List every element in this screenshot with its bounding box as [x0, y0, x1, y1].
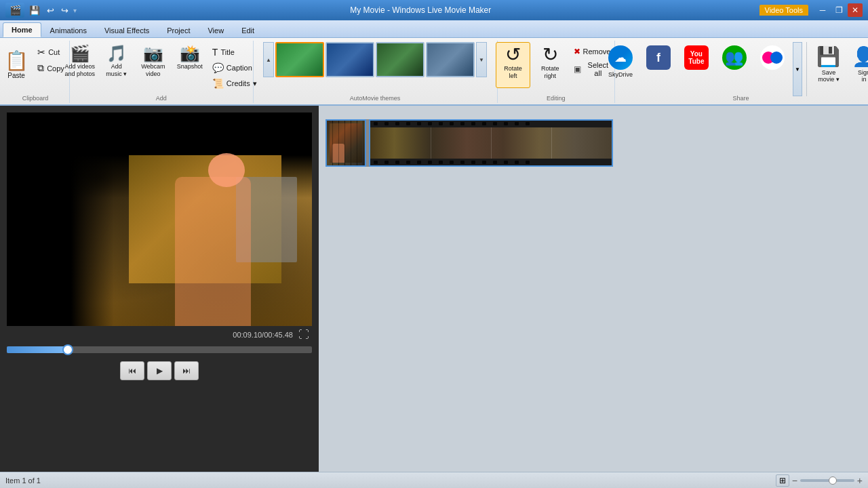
facebook-icon: f [646, 45, 671, 70]
save-movie-icon: 💾 [816, 45, 840, 68]
messenger-button[interactable]: 👥 [717, 42, 752, 88]
video-frame [7, 113, 312, 326]
restore-button[interactable]: ❐ [831, 3, 846, 17]
add-videos-icon: 🎬 [70, 45, 90, 62]
tab-view[interactable]: View [199, 22, 233, 37]
paste-icon: 📋 [5, 52, 28, 70]
svg-point-1 [770, 52, 783, 64]
undo-button[interactable]: ↩ [45, 5, 56, 16]
zoom-slider[interactable] [800, 479, 854, 482]
webcam-button[interactable]: 📷 Webcamvideo [136, 42, 171, 88]
tab-visual-effects[interactable]: Visual Effects [96, 22, 158, 37]
rotate-left-button[interactable]: ↺ Rotateleft [496, 42, 530, 88]
zoom-handle[interactable] [829, 476, 837, 485]
add-right-side: T Title 💬 Caption 📜 Credits ▾ [209, 45, 260, 91]
sign-in-button[interactable]: 👤 Signin [849, 42, 868, 88]
automovie-content: ▲ ▼ [263, 42, 487, 87]
timeline-area [319, 106, 868, 472]
zoom-in-button[interactable]: + [857, 475, 863, 486]
add-label: Add [70, 95, 253, 102]
clipboard-label: Clipboard [1, 95, 69, 102]
tab-project[interactable]: Project [158, 22, 199, 37]
redo-button[interactable]: ↪ [59, 5, 71, 16]
snapshot-icon: 📸 [180, 45, 200, 62]
separator [806, 42, 807, 96]
webcam-label: Webcamvideo [141, 63, 165, 78]
automovie-group: ▲ ▼ AutoMovie themes [254, 41, 498, 103]
theme-cinematic[interactable] [376, 42, 425, 77]
tab-home[interactable]: Home [3, 22, 41, 37]
storyboard-view-button[interactable]: ⊞ [776, 474, 789, 487]
ribbon-tabs: Home Animations Visual Effects Project V… [0, 20, 868, 38]
skydrive-icon: ☁ [608, 45, 633, 70]
webcam-icon: 📷 [143, 45, 163, 62]
add-videos-label: Add videosand photos [65, 63, 96, 78]
expand-icon[interactable]: ⛶ [298, 329, 309, 341]
share-group: ☁ SkyDrive f YouTube 👥 [615, 41, 867, 103]
add-music-icon: 🎵 [106, 45, 127, 62]
snapshot-button[interactable]: 📸 Snapshot [172, 42, 208, 88]
cut-icon: ✂ [37, 47, 45, 58]
close-button[interactable]: ✕ [848, 3, 863, 17]
tab-animations[interactable]: Animations [41, 22, 96, 37]
youtube-icon: YouTube [684, 45, 709, 70]
fast-forward-button[interactable]: ⏭ [174, 361, 199, 380]
add-music-button[interactable]: 🎵 Addmusic ▾ [99, 42, 134, 88]
editing-group: ↺ Rotateleft ↻ Rotateright ✖ Remove ▣ Se… [498, 41, 615, 103]
share-more-button[interactable]: ▼ [793, 42, 802, 96]
progress-bar[interactable] [7, 346, 312, 353]
flickr-button[interactable] [755, 42, 790, 88]
title-bar: 🎬 💾 ↩ ↪ ▾ My Movie - Windows Live Movie … [0, 0, 868, 20]
right-controls: ⊞ − + [776, 474, 863, 487]
caption-icon: 💬 [212, 62, 224, 73]
save-quick-button[interactable]: 💾 [27, 5, 42, 16]
rotate-right-icon: ↻ [542, 45, 558, 64]
app-menu-button[interactable]: 🎬 [5, 3, 24, 18]
minimize-button[interactable]: ─ [815, 3, 830, 17]
theme-scroll-area [275, 42, 475, 77]
add-videos-button[interactable]: 🎬 Add videosand photos [62, 42, 98, 88]
clipboard-content: 📋 Paste ✂ Cut ⧉ Copy [1, 42, 69, 102]
paste-button[interactable]: 📋 Paste [1, 42, 31, 88]
flickr-icon [760, 45, 785, 70]
clip-thumb-item[interactable] [326, 119, 366, 167]
snapshot-label: Snapshot [177, 63, 203, 70]
rewind-button[interactable]: ⏮ [120, 361, 144, 380]
zoom-out-button[interactable]: − [792, 475, 797, 486]
preview-area: 00:09.10/00:45.48 ⛶ ⏮ ▶ ⏭ [0, 106, 319, 472]
select-all-icon: ▣ [574, 64, 581, 74]
youtube-button[interactable]: YouTube [679, 42, 714, 88]
save-movie-button[interactable]: 💾 Savemovie ▾ [811, 42, 846, 88]
clip-thumbnail [327, 121, 365, 165]
copy-icon: ⧉ [37, 62, 44, 74]
play-button[interactable]: ▶ [147, 361, 172, 380]
credits-icon: 📜 [212, 78, 224, 89]
video-preview[interactable] [7, 113, 312, 326]
caption-button[interactable]: 💬 Caption [209, 60, 260, 75]
clip-main-item[interactable] [369, 119, 613, 167]
progress-fill [7, 346, 68, 353]
messenger-icon: 👥 [722, 45, 747, 70]
facebook-button[interactable]: f [641, 42, 676, 88]
ribbon: 📋 Paste ✂ Cut ⧉ Copy Clipboard [0, 38, 868, 106]
title-button[interactable]: T Title [209, 45, 260, 60]
add-content: 🎬 Add videosand photos 🎵 Addmusic ▾ 📷 We… [62, 42, 260, 102]
credits-button[interactable]: 📜 Credits ▾ [209, 76, 260, 91]
clip-container-2 [369, 119, 613, 167]
progress-handle[interactable] [62, 344, 73, 355]
theme-none[interactable] [275, 42, 324, 77]
video-time: 00:09.10/00:45.48 ⛶ [7, 329, 312, 341]
theme-fade[interactable] [426, 42, 475, 77]
skydrive-button[interactable]: ☁ SkyDrive [603, 42, 638, 88]
theme-contemporary[interactable] [326, 42, 374, 77]
theme-scroll-down[interactable]: ▼ [476, 42, 487, 77]
add-group: 🎬 Add videosand photos 🎵 Addmusic ▾ 📷 We… [70, 41, 254, 103]
window-controls: ─ ❐ ✕ [815, 3, 863, 17]
tab-edit[interactable]: Edit [233, 22, 263, 37]
rotate-left-label: Rotateleft [504, 65, 522, 80]
status-bar: Item 1 of 1 ⊞ − + [0, 472, 868, 488]
theme-scroll-up[interactable]: ▲ [263, 42, 274, 77]
rotate-right-button[interactable]: ↻ Rotateright [533, 42, 568, 88]
time-display: 00:09.10/00:45.48 [233, 331, 293, 339]
remove-icon: ✖ [574, 47, 580, 56]
